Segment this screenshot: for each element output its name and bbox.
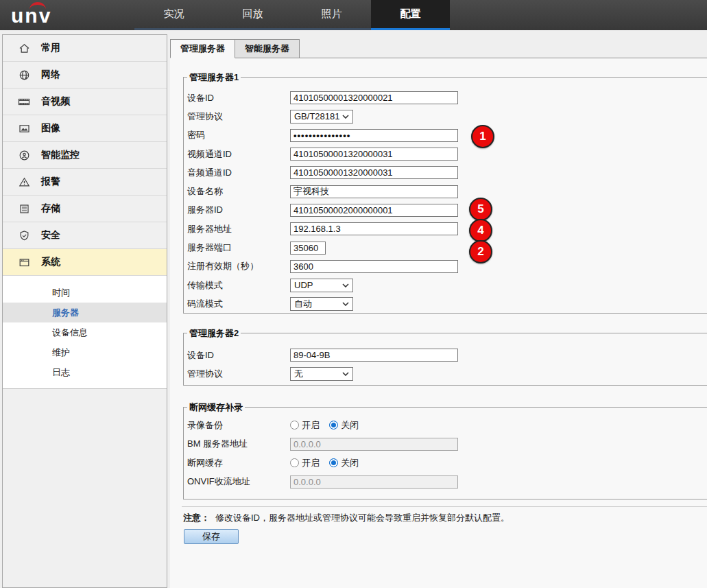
radio-icon — [329, 421, 338, 430]
save-button[interactable]: 保存 — [184, 529, 239, 544]
field-row: 录像备份 开启 关闭 — [184, 416, 707, 435]
management-protocol-2-select[interactable]: 无 — [290, 367, 353, 381]
sidebar-item-smart-monitoring[interactable]: 智能监控 — [3, 142, 167, 169]
submenu-item-log[interactable]: 日志 — [3, 362, 167, 382]
nav-tab-live[interactable]: 实况 — [134, 0, 213, 30]
sidebar-item-image[interactable]: 图像 — [3, 115, 167, 142]
submenu-item-label: 维护 — [52, 347, 70, 357]
main-nav: 实况 回放 照片 配置 — [134, 0, 450, 30]
field-label: 传输模式 — [187, 279, 290, 292]
password-input[interactable] — [290, 129, 458, 142]
note-text: 注意：修改设备ID，服务器地址或管理协议可能会导致重启并恢复部分默认配置。 — [183, 512, 510, 524]
annotation-badge-1: 1 — [471, 125, 494, 148]
nav-tab-config[interactable]: 配置 — [371, 0, 450, 30]
tab-label: 智能服务器 — [245, 43, 289, 55]
field-row: 传输模式 UDP — [184, 276, 707, 294]
sidebar-item-system[interactable]: 系统 — [3, 249, 167, 276]
divider — [182, 506, 707, 507]
field-label: 服务器ID — [187, 204, 290, 216]
stream-mode-select[interactable]: 自动 — [290, 297, 353, 311]
field-row: ONVIF收流地址 — [184, 473, 707, 492]
radio-label: 开启 — [302, 419, 320, 432]
submenu-item-label: 服务器 — [52, 307, 79, 318]
submenu-item-server[interactable]: 服务器 — [3, 303, 167, 322]
offline-cache-group: 断网缓存补录 录像备份 开启 关闭 BM 服务器地址 断网缓存 — [183, 407, 707, 499]
tab-intelligence-server[interactable]: 智能服务器 — [235, 39, 300, 58]
chevron-down-icon — [342, 115, 349, 119]
chevron-down-icon — [342, 302, 349, 306]
offline-cache-radios: 开启 关闭 — [290, 457, 368, 469]
field-label: 管理协议 — [187, 110, 290, 123]
record-backup-radios: 开启 关闭 — [290, 419, 368, 432]
radio-label: 关闭 — [341, 419, 359, 432]
server-address-input[interactable] — [290, 222, 458, 235]
globe-icon — [18, 69, 30, 81]
note-body: 修改设备ID，服务器地址或管理协议可能会导致重启并恢复部分默认配置。 — [215, 513, 510, 523]
sidebar-item-label: 安全 — [41, 229, 60, 242]
film-icon — [18, 95, 30, 108]
field-row: 管理协议 无 — [184, 364, 707, 383]
sidebar-item-common[interactable]: 常用 — [3, 35, 167, 62]
radio-label: 关闭 — [341, 457, 359, 469]
field-row: 服务器地址 — [184, 220, 707, 238]
sidebar-item-label: 网络 — [41, 69, 60, 81]
server-id-input[interactable] — [290, 204, 458, 217]
video-channel-id-input[interactable] — [290, 148, 458, 161]
field-row: 视频通道ID — [184, 145, 707, 163]
field-label: 设备ID — [187, 92, 290, 104]
system-icon — [18, 256, 30, 268]
record-backup-on-radio[interactable]: 开启 — [290, 419, 320, 432]
field-row: 密码 — [184, 126, 707, 145]
offline-cache-on-radio[interactable]: 开启 — [290, 457, 320, 469]
record-backup-off-radio[interactable]: 关闭 — [329, 419, 359, 432]
tab-management-server[interactable]: 管理服务器 — [170, 39, 235, 58]
group-legend: 断网缓存补录 — [187, 401, 245, 414]
submenu-item-time[interactable]: 时间 — [3, 283, 167, 303]
sidebar-item-label: 音视频 — [41, 95, 70, 108]
field-row: 码流模式 自动 — [184, 294, 707, 313]
nav-tab-config-label: 配置 — [400, 8, 421, 21]
select-value: 自动 — [294, 298, 312, 310]
field-row: 断网缓存 开启 关闭 — [184, 454, 707, 473]
server-port-input[interactable] — [290, 242, 326, 255]
submenu-item-device-info[interactable]: 设备信息 — [3, 322, 167, 342]
shield-icon — [18, 229, 30, 242]
logo-red-arc-icon — [29, 2, 46, 10]
annotation-badge-2: 2 — [469, 240, 492, 263]
sidebar-item-security[interactable]: 安全 — [3, 222, 167, 249]
sidebar-item-audio-video[interactable]: 音视频 — [3, 89, 167, 115]
audio-channel-id-input[interactable] — [290, 166, 458, 179]
field-label: 服务器地址 — [187, 223, 290, 235]
home-icon — [18, 42, 30, 54]
registration-validity-input[interactable] — [290, 260, 458, 273]
select-value: UDP — [294, 280, 313, 290]
sidebar-item-alarm[interactable]: 报警 — [3, 169, 167, 196]
field-row: 服务器ID — [184, 201, 707, 220]
sidebar-item-label: 存储 — [41, 202, 60, 215]
unv-logo: unv — [11, 1, 66, 30]
content-tabs: 管理服务器 智能服务器 — [170, 39, 707, 58]
tab-label: 管理服务器 — [180, 43, 225, 55]
field-row: 设备ID — [184, 346, 707, 364]
topbar: unv 实况 回放 照片 配置 — [0, 0, 707, 30]
nav-tab-photo[interactable]: 照片 — [292, 0, 371, 30]
management-server-1-group: 管理服务器1 设备ID 管理协议 GB/T28181 密码 视频通道ID 音频通… — [183, 77, 707, 314]
sidebar-item-label: 常用 — [41, 42, 60, 54]
submenu-item-maintenance[interactable]: 维护 — [3, 342, 167, 362]
group-legend: 管理服务器1 — [187, 71, 241, 84]
device-id-2-input[interactable] — [290, 349, 458, 362]
select-value: GB/T28181 — [294, 111, 340, 121]
alarm-icon — [18, 176, 30, 188]
camera-config-page: unv 实况 回放 照片 配置 常用 — [0, 0, 707, 588]
nav-tab-playback[interactable]: 回放 — [213, 0, 292, 30]
field-row: 服务器端口 — [184, 238, 707, 257]
device-name-input[interactable] — [290, 185, 458, 198]
sidebar-item-label: 智能监控 — [41, 149, 80, 161]
sidebar-item-storage[interactable]: 存储 — [3, 196, 167, 222]
field-label: 视频通道ID — [187, 148, 290, 161]
management-protocol-select[interactable]: GB/T28181 — [290, 110, 353, 124]
offline-cache-off-radio[interactable]: 关闭 — [329, 457, 359, 469]
sidebar-item-network[interactable]: 网络 — [3, 62, 167, 89]
device-id-input[interactable] — [290, 91, 458, 104]
transport-mode-select[interactable]: UDP — [290, 279, 353, 292]
